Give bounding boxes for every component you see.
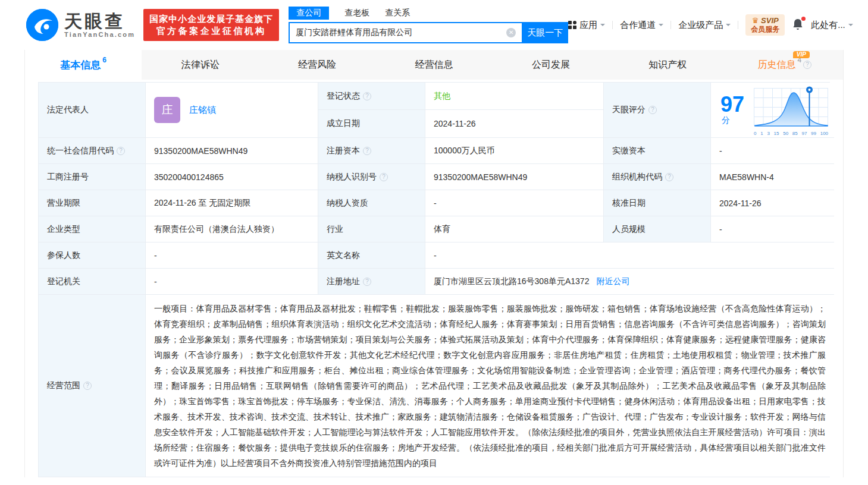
crown-icon: ♛ [752, 16, 759, 25]
nav-divider [738, 21, 738, 29]
search-tab-relation[interactable]: 查关系 [385, 7, 410, 20]
svip-sub-label: 会员服务 [751, 25, 779, 34]
business-scope-text: 一般项目：体育用品及器材零售；体育用品及器材批发；鞋帽零售；鞋帽批发；服装服饰零… [146, 295, 834, 477]
field-label-reg-status: 登记状态 [318, 83, 425, 110]
field-value-approval-date: 2024-11-26 [711, 190, 834, 216]
search-tab-boss[interactable]: 查老板 [344, 7, 369, 20]
tab-company-development[interactable]: 公司发展 [493, 50, 609, 80]
score-number: 97 [720, 92, 744, 116]
field-value-business-scope: 一般项目：体育用品及器材零售；体育用品及器材批发；鞋帽零售；鞋帽批发；服装服饰零… [146, 295, 834, 477]
vip-badge: VIP [793, 51, 810, 58]
field-label-reg-number: 工商注册号 [39, 164, 146, 190]
search-area: 查公司 查老板 查关系 天眼一下 [289, 7, 568, 43]
nav-enterprise-label: 企业级产品 [678, 20, 723, 31]
status-badge: 其他 [434, 91, 450, 102]
field-label-legal-rep: 法定代表人 [39, 83, 146, 138]
search-type-tabs: 查公司 查老板 查关系 [289, 7, 568, 20]
field-value-legal-rep: 庄 庄铭镇 [146, 83, 318, 138]
gov-badge-line1: 国家中小企业发展子基金旗下 [149, 13, 273, 25]
field-value-taxpayer-id: 91350200MAE58WHN49 [425, 164, 604, 190]
section-tabbar: 基本信息 6 法律诉讼 经营风险 经营信息 公司发展 知识产权 VIP 历史信息… [25, 50, 843, 80]
logo-title: 天眼查 [64, 12, 135, 31]
tab-count: 6 [102, 56, 106, 64]
field-label-english-name: 英文名称 [318, 242, 425, 269]
help-icon[interactable] [83, 382, 92, 390]
field-label-reg-authority: 登记机关 [39, 269, 146, 295]
search-tab-company[interactable]: 查公司 [289, 7, 329, 20]
field-value-insured-count: - [146, 242, 318, 269]
score-distribution-chart: 0 1 3 15 50 85 97 99 100 [754, 84, 828, 136]
legal-rep-avatar[interactable]: 庄 [154, 97, 180, 123]
tab-label: 经营信息 [415, 59, 453, 71]
field-label-company-type: 企业类型 [39, 216, 146, 242]
nav-enterprise-products[interactable]: 企业级产品 [678, 20, 731, 31]
field-value-reg-address: 厦门市湖里区云顶北路16号308单元A1372 附近公司 [425, 269, 834, 295]
field-value-company-type: 有限责任公司（港澳台法人独资） [146, 216, 318, 242]
apps-grid-icon [568, 21, 576, 29]
tab-basic-info[interactable]: 基本信息 6 [25, 50, 142, 80]
tianyancha-logo[interactable]: 天眼查 TianYanCha.com [26, 9, 135, 41]
field-value-staff-size: - [711, 216, 834, 242]
svip-member-service-button[interactable]: ♛ SVIP 会员服务 [745, 14, 785, 36]
help-icon[interactable] [380, 173, 388, 181]
field-label-taxpayer-quality: 纳税人资质 [318, 190, 425, 216]
nearby-companies-link[interactable]: 附近公司 [596, 276, 629, 287]
nav-partner-channel[interactable]: 合作通道 [620, 20, 663, 31]
field-label-insured-count: 参保人数 [39, 242, 146, 269]
company-info-table: 法定代表人 庄 庄铭镇 登记状态 其他 成立日期 2024-11-26 天眼评分… [38, 82, 830, 477]
tab-legal-proceedings[interactable]: 法律诉讼 [142, 50, 258, 80]
help-icon[interactable] [363, 147, 371, 155]
svip-label: SVIP [761, 16, 779, 25]
field-value-business-term: 2024-11-26 至 无固定期限 [146, 190, 318, 216]
help-icon[interactable] [117, 147, 125, 155]
search-input[interactable] [289, 22, 522, 43]
field-label-reg-address: 注册地址 [318, 269, 425, 295]
help-icon[interactable] [363, 278, 371, 286]
gov-certification-badge: 国家中小企业发展子基金旗下 官方备案企业征信机构 [143, 9, 279, 41]
tab-label: 经营风险 [298, 59, 336, 71]
field-label-approval-date: 核准日期 [604, 190, 711, 216]
field-label-business-scope: 经营范围 [39, 295, 146, 477]
score-axis-labels: 0 1 3 15 50 85 97 99 100 [754, 131, 828, 136]
chevron-down-icon [726, 24, 731, 29]
field-label-tyc-score: 天眼评分 [604, 83, 711, 138]
field-value-english-name: - [425, 242, 834, 269]
help-icon[interactable] [648, 106, 657, 114]
tab-label: 历史信息 [757, 59, 795, 71]
field-label-taxpayer-id: 纳税人识别号 [318, 164, 425, 190]
field-value-credit-code: 91350200MAE58WHN49 [146, 138, 318, 164]
chevron-down-icon [600, 24, 605, 29]
nav-more[interactable]: 此处有... [811, 20, 853, 31]
top-navigation: 应用 合作通道 企业级产品 ♛ SVIP 会员服务 此处有... [568, 14, 853, 36]
tianyancha-logo-icon [26, 9, 58, 41]
logo-subtitle: TianYanCha.com [64, 31, 135, 38]
chevron-down-icon [848, 24, 853, 29]
tab-history-info[interactable]: VIP 历史信息 4 [726, 50, 843, 80]
help-icon[interactable] [803, 61, 811, 69]
nav-divider [612, 21, 613, 29]
gov-badge-line2: 官方备案企业征信机构 [149, 25, 273, 37]
search-button[interactable]: 天眼一下 [522, 22, 568, 43]
field-value-reg-number: 350200400124865 [146, 164, 318, 190]
field-value-reg-authority: - [146, 269, 318, 295]
tab-label: 法律诉讼 [181, 59, 220, 71]
field-value-establish-date: 2024-11-26 [425, 110, 604, 138]
help-icon[interactable] [363, 92, 371, 100]
chevron-down-icon [659, 24, 663, 29]
field-value-org-code: MAE58WHN-4 [711, 164, 834, 190]
field-label-staff-size: 人员规模 [604, 216, 711, 242]
field-value-industry: 体育 [425, 216, 604, 242]
tab-business-risk[interactable]: 经营风险 [259, 50, 375, 80]
score-unit: 分 [722, 115, 730, 125]
tab-intellectual-property[interactable]: 知识产权 [609, 50, 726, 80]
legal-rep-name-link[interactable]: 庄铭镇 [189, 105, 216, 116]
field-value-reg-capital: 100000万人民币 [425, 138, 604, 164]
help-icon[interactable] [665, 173, 673, 181]
field-value-paid-capital: - [711, 138, 834, 164]
content-frame: 基本信息 6 法律诉讼 经营风险 经营信息 公司发展 知识产权 VIP 历史信息… [24, 50, 844, 477]
tab-business-info[interactable]: 经营信息 [375, 50, 492, 80]
nav-apps[interactable]: 应用 [568, 20, 605, 31]
field-label-industry: 行业 [318, 216, 425, 242]
nav-apps-label: 应用 [579, 20, 597, 31]
notifications-button[interactable] [792, 18, 804, 33]
